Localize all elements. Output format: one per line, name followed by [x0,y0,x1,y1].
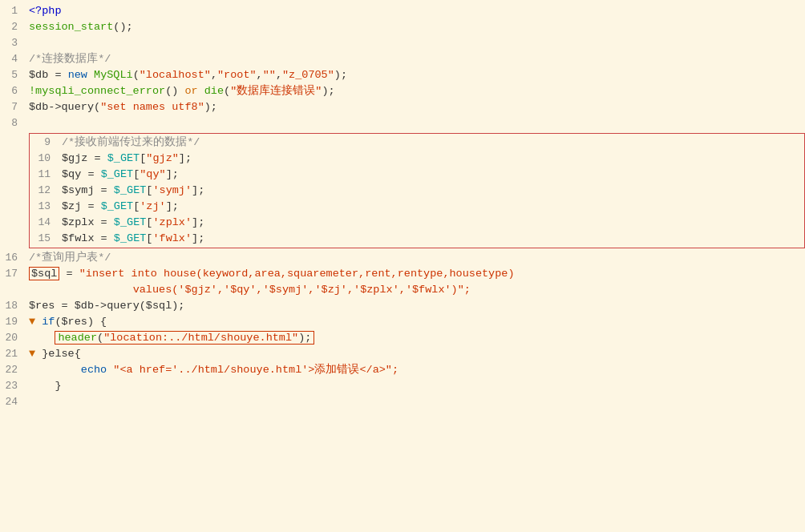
code-line: 13$zj = $_GET['zj']; [33,199,801,215]
code-line: 21▼ }else{ [0,346,805,362]
code-line: 5$db = new MySQLi("localhost","root","",… [0,67,805,83]
code-line: 16/*查询用户表*/ [0,250,805,266]
code-line: 24 [0,394,805,410]
line-content: $zplx = $_GET['zplx']; [59,215,801,231]
line-number: 12 [33,183,59,199]
boxed-region: 9/*接收前端传过来的数据*/10$gjz = $_GET["gjz"];11$… [29,133,805,248]
line-content: <?php [26,3,805,19]
line-number: 14 [33,215,59,231]
line-number: 4 [0,51,26,67]
code-line: 1<?php [0,3,805,19]
code-line: 20 header("location:../html/shouye.html"… [0,330,805,346]
line-number: 1 [0,3,26,19]
code-line: 6!mysqli_connect_error() or die("数据库连接错误… [0,83,805,99]
line-number: 23 [0,378,26,394]
line-number: 22 [0,362,26,378]
line-content: /*接收前端传过来的数据*/ [59,135,801,151]
line-content: $zj = $_GET['zj']; [59,199,801,215]
code-line: 7$db->query("set names utf8"); [0,99,805,115]
line-content: /*查询用户表*/ [26,250,805,266]
code-line: 22 echo "<a href='../html/shouye.html'>添… [0,362,805,378]
line-number: 11 [33,167,59,183]
line-number: 20 [0,330,26,346]
code-editor: 1<?php2session_start();34/*连接数据库*/5$db =… [0,0,805,532]
line-content: } [26,378,805,394]
line-number: 6 [0,83,26,99]
line-number: 17 [0,266,26,282]
line-number: 3 [0,35,26,51]
code-line: 4/*连接数据库*/ [0,51,805,67]
code-line: 14$zplx = $_GET['zplx']; [33,215,801,231]
line-content: $db = new MySQLi("localhost","root","","… [26,67,805,83]
code-line: 2session_start(); [0,19,805,35]
line-content: values('$gjz','$qy','$symj','$zj','$zplx… [26,282,805,298]
line-content: echo "<a href='../html/shouye.html'>添加错误… [26,362,805,378]
line-content: $qy = $_GET["qy"]; [59,167,801,183]
line-number: 13 [33,199,59,215]
line-content: /*连接数据库*/ [26,51,805,67]
line-number: 8 [0,115,26,131]
line-content: !mysqli_connect_error() or die("数据库连接错误"… [26,83,805,99]
line-number: 9 [33,135,59,151]
code-line: 11$qy = $_GET["qy"]; [33,167,801,183]
code-line: 23 } [0,378,805,394]
line-number: 18 [0,298,26,314]
line-content: ▼ if($res) { [26,314,805,330]
code-line: 15$fwlx = $_GET['fwlx']; [33,231,801,247]
line-content: header("location:../html/shouye.html"); [26,330,805,346]
line-number: 21 [0,346,26,362]
line-number: 24 [0,394,26,410]
line-content: $db->query("set names utf8"); [26,99,805,115]
line-number: 5 [0,67,26,83]
line-content: session_start(); [26,19,805,35]
line-content: $gjz = $_GET["gjz"]; [59,151,801,167]
code-line: 12$symj = $_GET['symj']; [33,183,801,199]
line-content: ▼ }else{ [26,346,805,362]
code-line: 19▼ if($res) { [0,314,805,330]
code-line: 9/*接收前端传过来的数据*/ [33,135,801,151]
code-line: 17$sql = "insert into house(keyword,area… [0,266,805,282]
line-content: $sql = "insert into house(keyword,area,s… [26,266,805,282]
code-line: 3 [0,35,805,51]
code-line: values('$gjz','$qy','$symj','$zj','$zplx… [0,282,805,298]
line-number: 19 [0,314,26,330]
line-number: 15 [33,231,59,247]
line-number: 7 [0,99,26,115]
code-line: 10$gjz = $_GET["gjz"]; [33,151,801,167]
line-content: $res = $db->query($sql); [26,298,805,314]
code-line: 18$res = $db->query($sql); [0,298,805,314]
line-content: $symj = $_GET['symj']; [59,183,801,199]
code-line: 8 [0,115,805,131]
line-content: $fwlx = $_GET['fwlx']; [59,231,801,247]
line-number: 2 [0,19,26,35]
line-number: 10 [33,151,59,167]
line-number: 16 [0,250,26,266]
